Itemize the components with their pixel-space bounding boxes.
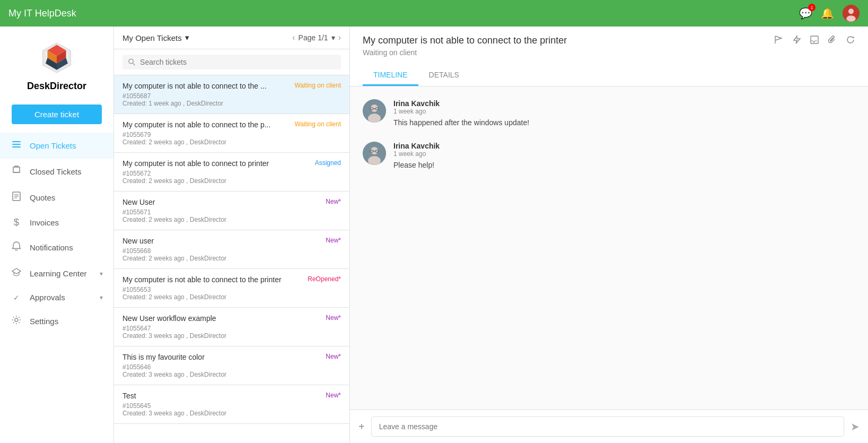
sidebar-nav: Open Tickets Closed Tickets (0, 133, 113, 443)
message-plus-icon[interactable]: + (358, 421, 365, 433)
ticket-item[interactable]: New user New* #1055668 Created: 2 weeks … (114, 230, 349, 269)
ticket-status: New* (326, 353, 341, 360)
svg-point-1 (848, 8, 854, 14)
sidebar-item-settings[interactable]: Settings (0, 308, 113, 334)
ticket-item[interactable]: This is my favourite color New* #1055646… (114, 346, 349, 385)
sidebar-label-settings: Settings (30, 317, 103, 326)
message-time-1: 1 week ago (393, 108, 855, 115)
ticket-item[interactable]: New User New* #1055671 Created: 2 weeks … (114, 192, 349, 230)
message-body-2: Irina Kavchik 1 week ago Please help! (393, 142, 855, 169)
paperclip-icon[interactable] (828, 35, 837, 47)
detail-title-block: My computer is not able to connect to th… (363, 35, 567, 63)
sidebar-item-open-tickets[interactable]: Open Tickets (0, 133, 113, 159)
sidebar-item-invoices[interactable]: $ Invoices (0, 211, 113, 234)
notification-badge: 1 (808, 4, 816, 11)
detail-title-row: My computer is not able to connect to th… (363, 35, 855, 63)
inbox-icon[interactable] (810, 35, 819, 47)
detail-tabs: TIMELINE DETAILS (363, 65, 855, 86)
message-text-1: This happened after the windows update! (393, 118, 855, 127)
timeline-message: Irina Kavchik 1 week ago Please help! (363, 142, 855, 169)
ticket-title: Test (122, 392, 321, 400)
pagination-prev[interactable]: ‹ (292, 33, 295, 42)
tab-timeline[interactable]: TIMELINE (363, 65, 418, 86)
logo-text-light: Desk (27, 81, 50, 91)
ticket-item[interactable]: My computer is not able to connect to th… (114, 269, 349, 308)
flag-icon[interactable] (774, 35, 783, 47)
logo-text: DeskDirector (27, 81, 86, 92)
ticket-item[interactable]: New User workflow example New* #1055647 … (114, 308, 349, 346)
avatar-irina-2 (363, 142, 386, 165)
message-author-1: Irina Kavchik (393, 99, 855, 108)
ticket-meta: #1055645 (122, 402, 341, 410)
sidebar-label-quotes: Quotes (30, 193, 103, 202)
bell-icon[interactable]: 🔔 (821, 7, 834, 20)
open-tickets-icon (11, 139, 22, 152)
ticket-item[interactable]: My computer is not able to connect to th… (114, 114, 349, 153)
ticket-meta: #1055671 (122, 209, 341, 216)
message-input[interactable] (371, 416, 844, 437)
ticket-title: My computer is not able to connect to th… (122, 120, 290, 129)
ticket-item[interactable]: My computer is not able to connect to pr… (114, 153, 349, 192)
detail-title: My computer is not able to connect to th… (363, 35, 567, 46)
pagination-label: Page 1/1 (299, 33, 328, 42)
pagination-dropdown-arrow[interactable]: ▾ (331, 33, 335, 42)
create-ticket-area: Create ticket (0, 100, 113, 133)
sidebar-item-learning-center[interactable]: Learning Center ▾ (0, 260, 113, 286)
ticket-status: New* (326, 198, 341, 205)
sidebar-label-notifications: Notifications (30, 243, 103, 252)
svg-point-23 (371, 105, 378, 112)
chat-icon[interactable]: 💬 1 (799, 7, 812, 20)
main-layout: DeskDirector Create ticket Open Tickets (0, 27, 868, 443)
ticket-item[interactable]: Test New* #1055645 Created: 3 weeks ago … (114, 385, 349, 424)
message-body-1: Irina Kavchik 1 week ago This happened a… (393, 99, 855, 127)
ticket-meta: #1055672 (122, 170, 341, 177)
sidebar-label-closed-tickets: Closed Tickets (30, 167, 103, 176)
sidebar-label-open-tickets: Open Tickets (30, 141, 103, 150)
sidebar-logo-area: DeskDirector (0, 27, 113, 100)
ticket-status: Waiting on client (294, 120, 341, 128)
ticket-meta-created: Created: 3 weeks ago , DeskDirector (122, 371, 341, 378)
settings-icon (11, 315, 22, 328)
svg-point-19 (129, 59, 133, 63)
tab-details[interactable]: DETAILS (418, 65, 470, 86)
refresh-icon[interactable] (846, 35, 855, 47)
top-header: My IT HelpDesk 💬 1 🔔 (0, 0, 868, 27)
message-send-icon[interactable]: ➤ (851, 420, 860, 433)
sidebar-item-approvals[interactable]: ✓ Approvals ▾ (0, 286, 113, 308)
message-time-2: 1 week ago (393, 150, 855, 158)
sidebar-item-quotes[interactable]: Quotes (0, 185, 113, 211)
pagination-next[interactable]: › (338, 33, 341, 42)
sidebar-item-notifications[interactable]: Notifications (0, 234, 113, 260)
quotes-icon (11, 191, 22, 204)
ticket-title: This is my favourite color (122, 353, 321, 361)
message-author-2: Irina Kavchik (393, 142, 855, 150)
svg-rect-11 (12, 144, 21, 145)
ticket-meta-created: Created: 3 weeks ago , DeskDirector (122, 332, 341, 340)
ticket-meta-created: Created: 2 weeks ago , DeskDirector (122, 255, 341, 262)
notifications-icon (11, 241, 22, 254)
ticket-meta: #1055653 (122, 286, 341, 293)
sidebar-item-closed-tickets[interactable]: Closed Tickets (0, 159, 113, 185)
create-ticket-button[interactable]: Create ticket (12, 105, 102, 124)
ticket-meta-created: Created: 3 weeks ago , DeskDirector (122, 410, 341, 417)
ticket-item[interactable]: My computer is not able to connect to th… (114, 75, 349, 114)
svg-rect-10 (12, 141, 21, 142)
timeline-area: Irina Kavchik 1 week ago This happened a… (350, 86, 868, 410)
ticket-title: New User workflow example (122, 314, 321, 323)
detail-panel: My computer is not able to connect to th… (350, 27, 868, 443)
ticket-meta-created: Created: 2 weeks ago , DeskDirector (122, 177, 341, 185)
ticket-title: My computer is not able to connect to th… (122, 275, 303, 284)
search-input[interactable] (140, 58, 336, 66)
approvals-icon: ✓ (11, 293, 22, 302)
logo-icon (38, 39, 75, 76)
ticket-status: New* (326, 314, 341, 322)
app-title: My IT HelpDesk (8, 8, 76, 19)
ticket-filter-dropdown[interactable]: My Open Tickets ▾ (122, 33, 189, 42)
ticket-title: My computer is not able to connect to pr… (122, 159, 311, 168)
approvals-arrow: ▾ (100, 294, 103, 301)
svg-point-29 (371, 147, 378, 154)
ticket-meta-created: Created: 2 weeks ago , DeskDirector (122, 293, 341, 301)
avatar[interactable] (843, 5, 860, 22)
detail-header: My computer is not able to connect to th… (350, 27, 868, 86)
bolt-icon[interactable] (792, 35, 801, 47)
